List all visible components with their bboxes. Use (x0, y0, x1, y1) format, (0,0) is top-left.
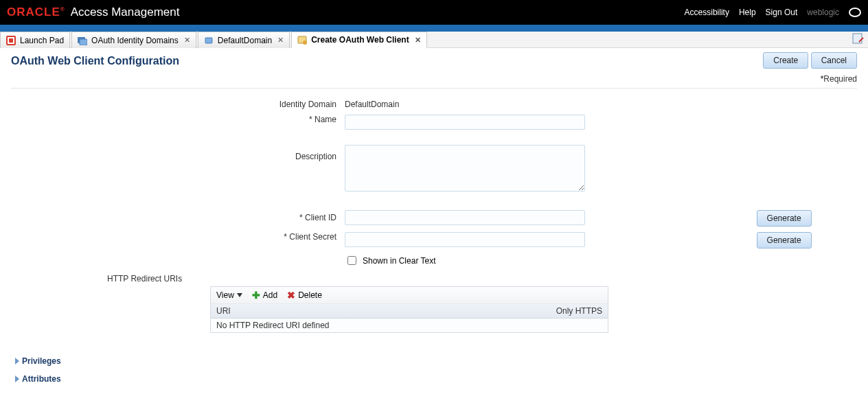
col-https: Only HTTPS (556, 306, 602, 316)
help-link[interactable]: Help (739, 8, 756, 17)
close-icon[interactable]: ✕ (276, 36, 284, 45)
col-uri: URI (216, 306, 231, 316)
generate-client-id-button[interactable]: Generate (757, 210, 812, 227)
chevron-right-icon (15, 358, 19, 365)
sign-out-link[interactable]: Sign Out (766, 8, 798, 17)
view-label: View (216, 290, 234, 300)
client-icon (297, 35, 307, 45)
header-right: Accessibility Help Sign Out weblogic (685, 8, 861, 17)
redirect-label: HTTP Redirect URIs (11, 274, 857, 284)
add-button[interactable]: ✚ Add (252, 290, 277, 301)
shown-clear-label: Shown in Clear Text (363, 256, 436, 266)
tab-label: Create OAuth Web Client (311, 35, 409, 45)
cancel-button[interactable]: Cancel (811, 52, 857, 69)
tab-default-domain[interactable]: DefaultDomain ✕ (198, 32, 290, 48)
plus-icon: ✚ (252, 290, 260, 301)
view-menu[interactable]: View (216, 290, 242, 300)
page-header-row: OAuth Web Client Configuration Create Ca… (11, 52, 857, 84)
client-secret-label: Client Secret (11, 229, 341, 251)
name-label: Name (11, 112, 341, 132)
page-title: OAuth Web Client Configuration (11, 55, 179, 67)
client-id-input[interactable] (345, 210, 585, 225)
svg-marker-10 (237, 293, 242, 297)
app-title: Access Management (71, 5, 180, 19)
section-privileges[interactable]: Privileges (15, 352, 857, 370)
tab-label: Launch Pad (20, 36, 64, 45)
content-area: OAuth Web Client Configuration Create Ca… (0, 48, 868, 402)
name-input[interactable] (345, 115, 585, 130)
svg-rect-2 (9, 38, 13, 43)
client-secret-input[interactable] (345, 232, 585, 247)
tab-label: OAuth Identity Domains (91, 36, 179, 45)
tab-identity-domains[interactable]: OAuth Identity Domains ✕ (71, 32, 196, 48)
generate-client-secret-button[interactable]: Generate (757, 232, 812, 249)
uri-empty-message: No HTTP Redirect URI defined (211, 319, 608, 332)
shown-clear-checkbox[interactable] (347, 256, 356, 265)
blue-accent-bar (0, 25, 868, 32)
svg-rect-8 (853, 34, 862, 43)
tab-create-client[interactable]: Create OAuth Web Client ✕ (291, 32, 426, 48)
domains-icon (78, 36, 87, 45)
attributes-label: Attributes (22, 374, 61, 384)
launch-pad-icon (6, 36, 16, 45)
close-icon[interactable]: ✕ (183, 36, 190, 45)
shown-clear-row: Shown in Clear Text (345, 254, 749, 267)
uri-column-header: URI Only HTTPS (211, 304, 608, 319)
redirect-uri-table: View ✚ Add ✖ Delete URI Only HTTPS No HT… (210, 286, 608, 333)
chevron-down-icon (237, 293, 242, 297)
uri-toolbar: View ✚ Add ✖ Delete (211, 287, 608, 304)
description-label: Description (11, 132, 341, 196)
page-actions: Create Cancel Required (763, 52, 857, 84)
svg-point-7 (303, 41, 307, 45)
close-icon[interactable]: ✕ (413, 36, 421, 45)
form-table: Identity Domain DefaultDomain Name Descr… (11, 97, 857, 270)
delete-button[interactable]: ✖ Delete (287, 290, 322, 301)
page-actions-icon[interactable] (852, 33, 864, 45)
tab-label: DefaultDomain (218, 36, 272, 45)
description-input[interactable] (345, 145, 585, 192)
privileges-label: Privileges (22, 356, 61, 366)
chevron-right-icon (15, 375, 19, 382)
domain-icon (204, 36, 214, 45)
identity-domain-value: DefaultDomain (345, 100, 399, 109)
create-button[interactable]: Create (763, 52, 808, 69)
user-label: weblogic (807, 8, 839, 17)
delete-x-icon: ✖ (287, 290, 295, 301)
header-left: ORACLE® Access Management (7, 5, 179, 19)
section-attributes[interactable]: Attributes (15, 370, 857, 388)
delete-label: Delete (298, 290, 322, 300)
add-label: Add (263, 290, 277, 300)
required-legend: Required (763, 74, 857, 84)
tab-launch-pad[interactable]: Launch Pad (0, 32, 70, 48)
svg-rect-4 (80, 39, 87, 45)
tabs-row: Launch Pad OAuth Identity Domains ✕ Defa… (0, 32, 868, 48)
client-id-label: Client ID (11, 196, 341, 229)
svg-rect-5 (205, 38, 212, 43)
oracle-ring-icon (849, 8, 861, 17)
oracle-logo: ORACLE® (7, 5, 65, 19)
accessibility-link[interactable]: Accessibility (685, 8, 729, 17)
divider (11, 88, 857, 89)
app-header: ORACLE® Access Management Accessibility … (0, 0, 868, 25)
identity-domain-label: Identity Domain (11, 97, 341, 112)
